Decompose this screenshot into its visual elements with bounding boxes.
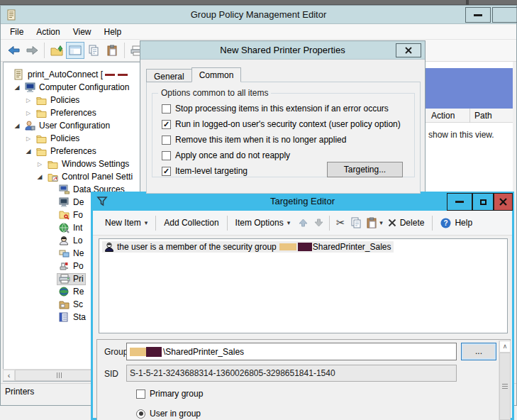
- tree-item-content[interactable]: Sta: [57, 311, 88, 324]
- console-tree-icon[interactable]: [66, 42, 84, 59]
- column-divider[interactable]: [469, 109, 470, 123]
- targeting-editor-toolbar: New Item▾Add CollectionItem Options▾✂▾De…: [93, 211, 512, 236]
- gpme-minimize-button[interactable]: [465, 7, 491, 23]
- primary-group-option[interactable]: Primary group: [136, 389, 203, 399]
- checkbox-icon[interactable]: [162, 104, 171, 114]
- option-label: Run in logged-on user's security context…: [171, 119, 401, 129]
- gpme-window-button-partial[interactable]: [492, 7, 517, 23]
- tree-item-content[interactable]: Pri: [57, 273, 86, 285]
- scrollbar-thumb[interactable]: [15, 370, 103, 381]
- tree-item-content[interactable]: Ne: [57, 248, 86, 260]
- option-label: Stop processing items in this extension …: [171, 104, 389, 114]
- expand-arrow-icon[interactable]: ▷: [23, 97, 34, 104]
- tree-item-content[interactable]: Po: [57, 260, 86, 272]
- collapse-arrow-icon[interactable]: ◢: [23, 148, 34, 155]
- te-maximize-button[interactable]: [472, 193, 494, 211]
- groupbox-label: Options common to all items: [158, 88, 271, 98]
- browse-group-button[interactable]: ...: [461, 343, 496, 360]
- toolbar-separator: [155, 216, 156, 231]
- column-header-path[interactable]: Path: [474, 111, 492, 121]
- menu-view[interactable]: View: [67, 25, 98, 39]
- paste-icon[interactable]: [103, 42, 121, 59]
- checkbox-icon[interactable]: [162, 151, 171, 160]
- toolbar-button-label: Item Options: [235, 218, 284, 228]
- scroll-up-icon[interactable]: ∧: [499, 341, 511, 353]
- te-close-button[interactable]: [494, 193, 513, 211]
- tree-item-content[interactable]: Re: [57, 286, 86, 298]
- targeting-button[interactable]: Targeting...: [327, 162, 403, 177]
- toolbar-separator: [329, 216, 330, 231]
- collapse-arrow-icon[interactable]: ◢: [34, 173, 45, 180]
- item-properties-panel: Group \SharedPrinter_Sales ... SID S-1-5…: [96, 339, 511, 420]
- te-minimize-button[interactable]: [447, 193, 472, 211]
- checkbox-icon[interactable]: ✓: [162, 167, 171, 176]
- forward-icon[interactable]: [23, 42, 41, 59]
- panel-vertical-scrollbar[interactable]: ∧: [499, 341, 511, 420]
- menu-action[interactable]: Action: [30, 25, 66, 39]
- tree-item-content[interactable]: Windows Settings: [45, 158, 131, 170]
- item-options-button[interactable]: Item Options▾: [230, 214, 296, 231]
- delete-button[interactable]: Delete: [383, 214, 430, 231]
- tree-item-content[interactable]: De: [57, 197, 86, 209]
- targeting-item-row[interactable]: the user is a member of the security gro…: [102, 241, 394, 253]
- user-in-group-option[interactable]: User in group: [136, 409, 201, 419]
- tree-item-content[interactable]: Preferences: [34, 107, 99, 119]
- checkbox-icon[interactable]: ✓: [162, 120, 171, 129]
- toolbar-separator: [227, 216, 228, 231]
- tree-item-content[interactable]: Sc: [57, 299, 85, 311]
- properties-close-button[interactable]: [396, 43, 421, 57]
- paste-icon[interactable]: [364, 214, 379, 231]
- tree-item-content[interactable]: Fo: [57, 209, 85, 221]
- primary-group-checkbox[interactable]: [136, 389, 145, 399]
- sid-readonly-field: S-1-5-21-3243688314-1360026805-329865184…: [126, 365, 457, 382]
- expand-arrow-icon[interactable]: ▷: [23, 110, 34, 116]
- tree-item-label: De: [71, 197, 84, 207]
- redacted-domain-block: [130, 348, 147, 356]
- start-menu-icon: [59, 312, 71, 322]
- tree-item-content[interactable]: Policies: [34, 94, 82, 106]
- option-apply-once-and-do-not-reappl[interactable]: Apply once and do not reapply: [162, 148, 401, 163]
- back-icon[interactable]: [4, 42, 23, 59]
- tree-item-content[interactable]: Int: [57, 222, 84, 234]
- expand-arrow-icon[interactable]: ▷: [23, 136, 34, 142]
- column-header-action[interactable]: Action: [431, 111, 455, 121]
- tree-item-content[interactable]: Policies: [34, 133, 82, 145]
- scroll-left-icon[interactable]: ‹: [3, 370, 15, 381]
- tree-item-content[interactable]: Control Panel Setti: [45, 171, 135, 183]
- option-run-in-logged-on-user-s-secu[interactable]: ✓Run in logged-on user's security contex…: [162, 116, 401, 132]
- option-stop-processing-items-in-thi[interactable]: Stop processing items in this extension …: [162, 101, 401, 116]
- tree-item-content[interactable]: User Configuration: [23, 120, 112, 132]
- collapse-arrow-icon[interactable]: ◢: [11, 84, 23, 91]
- targeting-items-list[interactable]: the user is a member of the security gro…: [99, 238, 508, 333]
- tree-item-content[interactable]: Lo: [57, 235, 84, 247]
- copy-icon[interactable]: [84, 42, 103, 59]
- tab-common[interactable]: Common: [191, 67, 242, 82]
- export-folder-icon[interactable]: [48, 42, 66, 59]
- menu-file[interactable]: File: [4, 25, 30, 39]
- local-users-icon: [59, 236, 71, 245]
- add-collection-button[interactable]: Add Collection: [159, 214, 223, 231]
- collapse-arrow-icon[interactable]: ◢: [11, 122, 23, 129]
- tree-item-label: Preferences: [48, 108, 96, 118]
- user-in-group-label: User in group: [145, 409, 201, 419]
- user-in-group-radio[interactable]: [136, 409, 145, 419]
- printer-properties-dialog: New Shared Printer Properties GeneralCom…: [140, 40, 426, 199]
- help-button[interactable]: ?Help: [435, 214, 477, 232]
- expand-arrow-icon[interactable]: ▷: [34, 161, 45, 167]
- tab-general[interactable]: General: [146, 69, 192, 82]
- tree-item-content[interactable]: Preferences: [34, 145, 99, 158]
- scrollbar-thumb[interactable]: [499, 353, 511, 420]
- option-remove-this-item-when-it-is-[interactable]: Remove this item when it is no longer ap…: [162, 132, 401, 148]
- targeting-editor-window: Targeting Editor New Item▾Add Collection…: [91, 192, 514, 420]
- new-item-button[interactable]: New Item▾: [100, 214, 152, 231]
- copy-icon[interactable]: [348, 214, 364, 231]
- tree-item-label: Sc: [71, 299, 83, 309]
- user-icon: [25, 121, 37, 131]
- group-input[interactable]: \SharedPrinter_Sales: [126, 343, 457, 360]
- group-field-label: Group: [104, 347, 128, 357]
- tree-item-content[interactable]: print_AutoConnect [: [11, 69, 130, 81]
- tree-item-content[interactable]: Computer Configuration: [23, 82, 131, 94]
- cut-icon[interactable]: ✂: [333, 214, 348, 231]
- checkbox-icon[interactable]: [162, 136, 171, 145]
- menu-help[interactable]: Help: [98, 25, 128, 39]
